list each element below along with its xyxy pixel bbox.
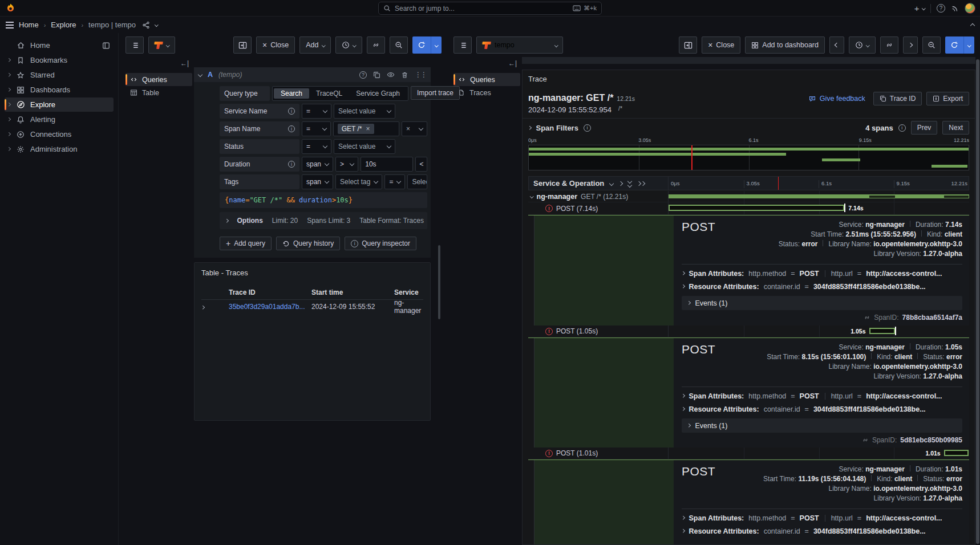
breadcrumb-chevron-icon[interactable]	[155, 23, 158, 26]
link-split-button-left[interactable]	[367, 36, 385, 54]
rail-item-table-left[interactable]: Table	[125, 86, 192, 99]
breadcrumb-home[interactable]: Home	[19, 21, 39, 29]
query-help-icon[interactable]: ?	[359, 71, 367, 79]
zoom-out-button-right[interactable]	[922, 36, 941, 54]
span-filters-label[interactable]: Span Filters	[536, 124, 578, 132]
sidebar-item-home[interactable]: Home	[5, 38, 114, 52]
tags-key-select[interactable]: Select tag	[335, 174, 382, 189]
tab-search[interactable]: Search	[274, 88, 309, 99]
query-options-row[interactable]: Options Limit: 20 Spans Limit: 3 Table F…	[220, 212, 427, 229]
rail-item-queries-left[interactable]: Queries	[125, 73, 192, 86]
add-button-left[interactable]: Add	[299, 36, 331, 54]
expand-all-icon[interactable]	[618, 181, 623, 185]
duration-operator-select[interactable]: >	[335, 157, 358, 172]
sidebar-item-dashboards[interactable]: Dashboards	[5, 83, 114, 97]
expand-icon[interactable]	[682, 284, 685, 288]
rail-item-traces[interactable]: Traces	[453, 86, 520, 99]
span-row-post-3[interactable]: ! POST (1.01s) 1.01s	[528, 448, 969, 459]
expand-icon[interactable]	[682, 516, 685, 519]
rail-item-queries-right[interactable]: Queries	[453, 73, 520, 86]
span-bar-post-1[interactable]	[669, 205, 844, 211]
collapsed-query-row[interactable]	[522, 57, 975, 65]
events-row[interactable]: Events (1)	[682, 418, 962, 433]
search-input[interactable]: Search or jump to... ⌘+k	[378, 2, 602, 15]
sidebar-item-administration[interactable]: Administration	[5, 142, 114, 156]
clear-icon[interactable]: ×	[406, 125, 410, 133]
expand-icon[interactable]	[682, 529, 685, 532]
breadcrumb-explore[interactable]: Explore	[51, 21, 76, 29]
events-row[interactable]: Events (1)	[682, 296, 962, 310]
link-split-button-right[interactable]	[880, 36, 898, 54]
status-operator-select[interactable]: =	[302, 139, 331, 154]
span-name-clear-select[interactable]: ×	[402, 121, 427, 136]
collapse-rail-icon-right[interactable]: ←|	[453, 57, 520, 73]
trace-minimap[interactable]: 0μs 3.05s 6.1s 9.15s 12.21s	[528, 137, 969, 170]
expand-one-icon[interactable]	[637, 182, 645, 185]
span-row-root[interactable]: ng-manager GET /* (12.21s)	[528, 191, 969, 202]
expand-span-filters-icon[interactable]	[528, 126, 531, 129]
row-expander-icon[interactable]	[201, 303, 229, 311]
right-pane-scrollbar[interactable]	[976, 59, 979, 544]
service-name-operator-select[interactable]: =	[302, 104, 331, 119]
query-inspector-button[interactable]: i Query inspector	[345, 237, 416, 250]
col-service[interactable]: Service	[394, 288, 423, 296]
next-span-button[interactable]: Next	[942, 121, 969, 135]
minimap-canvas[interactable]	[528, 145, 969, 170]
query-list-button-right[interactable]	[453, 36, 472, 54]
menu-toggle-icon[interactable]	[6, 22, 14, 29]
prev-span-button[interactable]: Prev	[911, 121, 938, 135]
share-icon[interactable]	[142, 21, 150, 29]
new-menu-button[interactable]: +	[914, 3, 925, 13]
sidebar-item-starred[interactable]: Starred	[5, 68, 114, 82]
col-start-time[interactable]: Start time	[311, 288, 394, 296]
time-shift-forward-button[interactable]	[903, 36, 918, 54]
sidebar-item-connections[interactable]: Connections	[5, 127, 114, 141]
trace-id-button[interactable]: Trace ID	[873, 92, 922, 105]
span-row-post-1[interactable]: ! POST (7.14s) 7.14s	[528, 202, 969, 215]
collapse-top-icon[interactable]	[971, 21, 974, 29]
left-pane-scrollbar[interactable]	[438, 245, 440, 319]
dock-menu-icon[interactable]	[102, 42, 110, 50]
status-value-select[interactable]: Select value	[334, 139, 395, 154]
close-right-pane-button[interactable]: × Close	[702, 36, 740, 54]
tags-scope-select[interactable]: span	[302, 174, 333, 189]
tags-operator-select[interactable]: =	[384, 174, 405, 189]
resource-attributes-row[interactable]: Resource Attributes: container.id=304fd8…	[682, 524, 962, 538]
close-left-pane-button[interactable]: × Close	[256, 36, 295, 54]
query-list-button[interactable]	[125, 36, 144, 54]
service-name-value-select[interactable]: Select value	[334, 104, 395, 119]
drag-handle-icon[interactable]: ⋮⋮	[415, 71, 426, 79]
run-query-button-right[interactable]	[945, 36, 975, 54]
run-query-button-left[interactable]	[412, 36, 442, 54]
duration-value-input[interactable]: 10s	[361, 157, 412, 172]
span-attributes-row[interactable]: Span Attributes: http.method=POST http.u…	[682, 267, 962, 280]
root-span-bar[interactable]	[669, 194, 969, 198]
sidebar-item-explore[interactable]: Explore	[5, 97, 114, 112]
sidebar-item-alerting[interactable]: Alerting	[5, 112, 114, 127]
remove-query-icon[interactable]	[401, 71, 408, 79]
collapse-all-icon[interactable]	[609, 181, 614, 185]
give-feedback-link[interactable]: Give feedback	[808, 95, 865, 103]
add-to-dashboard-button[interactable]: Add to dashboard	[745, 36, 825, 54]
duration-scope-select[interactable]: span	[302, 157, 333, 172]
datasource-picker-left[interactable]	[148, 36, 175, 54]
tab-traceql[interactable]: TraceQL	[309, 88, 349, 99]
query-row-header[interactable]: A (tempo) ? ⋮⋮	[194, 67, 431, 82]
split-pane-button[interactable]	[233, 36, 252, 54]
span-attributes-row[interactable]: Span Attributes: http.method=POST http.u…	[682, 511, 962, 524]
user-avatar[interactable]	[965, 3, 975, 14]
datasource-picker-right[interactable]: tempo	[476, 36, 563, 54]
split-pane-button-right[interactable]	[679, 36, 697, 54]
span-attributes-row[interactable]: Span Attributes: http.method=POST http.u…	[682, 389, 962, 402]
expand-icon[interactable]	[682, 394, 685, 397]
time-range-button-right[interactable]	[849, 36, 876, 54]
expand-options-icon[interactable]	[225, 219, 228, 222]
news-icon[interactable]	[951, 5, 959, 13]
collapse-children-icon[interactable]	[530, 194, 533, 198]
duplicate-query-icon[interactable]	[373, 71, 380, 79]
expand-icon[interactable]	[687, 301, 690, 304]
span-bar-post-3[interactable]	[944, 450, 969, 456]
trace-id-link[interactable]: 35be0f3d29a01adda7b...	[229, 303, 311, 311]
span-bar-post-2[interactable]	[869, 328, 895, 334]
remove-chip-icon[interactable]: ×	[366, 125, 370, 133]
